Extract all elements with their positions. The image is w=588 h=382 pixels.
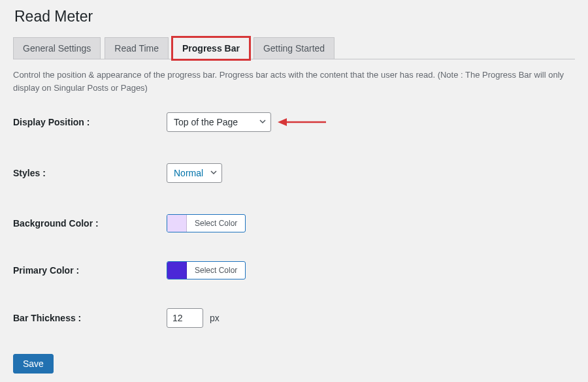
- select-display-position[interactable]: Top of the Page: [167, 112, 271, 132]
- label-bar-thickness: Bar Thickness :: [13, 313, 167, 323]
- chevron-down-icon: [259, 117, 267, 127]
- tab-description: Control the position & appearance of the…: [13, 69, 575, 94]
- arrow-left-icon: [276, 117, 327, 127]
- row-background-color: Background Color : Select Color: [13, 214, 575, 232]
- color-button-primary[interactable]: Select Color: [187, 266, 245, 275]
- color-picker-primary[interactable]: Select Color: [167, 261, 246, 279]
- color-swatch-primary: [167, 262, 187, 279]
- label-display-position: Display Position :: [13, 117, 167, 127]
- chevron-down-icon: [210, 168, 218, 178]
- control-bar-thickness: px: [167, 308, 220, 328]
- save-button[interactable]: Save: [13, 354, 54, 374]
- control-display-position: Top of the Page: [167, 112, 327, 132]
- input-bar-thickness[interactable]: [167, 308, 203, 328]
- control-styles: Normal: [167, 163, 222, 183]
- unit-bar-thickness: px: [210, 313, 220, 323]
- color-button-background[interactable]: Select Color: [187, 219, 245, 228]
- page-title: Read Meter: [14, 8, 575, 25]
- tab-progress-bar[interactable]: Progress Bar: [172, 37, 250, 59]
- tab-read-time[interactable]: Read Time: [105, 37, 169, 59]
- control-primary-color: Select Color: [167, 261, 246, 279]
- color-swatch-background: [167, 215, 187, 232]
- color-picker-background[interactable]: Select Color: [167, 214, 246, 232]
- select-display-position-value: Top of the Page: [174, 117, 238, 127]
- label-primary-color: Primary Color :: [13, 265, 167, 276]
- tabs-nav: General Settings Read Time Progress Bar …: [13, 37, 575, 59]
- select-styles[interactable]: Normal: [167, 163, 222, 183]
- control-background-color: Select Color: [167, 214, 246, 232]
- row-styles: Styles : Normal: [13, 163, 575, 183]
- row-bar-thickness: Bar Thickness : px: [13, 308, 575, 328]
- label-styles: Styles :: [13, 168, 167, 178]
- svg-marker-1: [278, 118, 287, 126]
- tab-general-settings[interactable]: General Settings: [13, 37, 101, 59]
- select-styles-value: Normal: [174, 168, 203, 178]
- row-display-position: Display Position : Top of the Page: [13, 112, 575, 132]
- label-background-color: Background Color :: [13, 218, 167, 229]
- row-primary-color: Primary Color : Select Color: [13, 261, 575, 279]
- tab-getting-started[interactable]: Getting Started: [253, 37, 335, 59]
